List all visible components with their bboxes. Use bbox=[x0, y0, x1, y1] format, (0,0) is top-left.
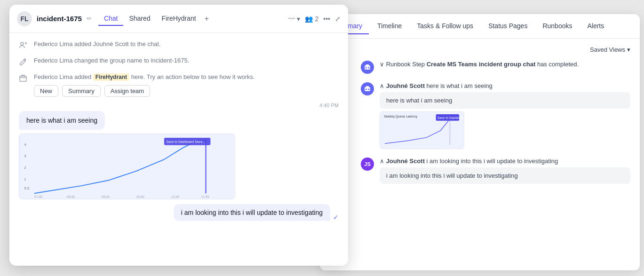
timeline-header-2: ∧ Jouhné Scott here is what i am seeing bbox=[380, 82, 630, 89]
timeline-body-1: ∨ Runbook Step Create MS Teams incident … bbox=[380, 61, 630, 74]
action-buttons: New Summary Assign team bbox=[34, 85, 255, 97]
timeline-bubble-2: here is what i am seeing bbox=[380, 92, 630, 109]
svg-text:5.5: 5.5 bbox=[24, 186, 30, 190]
svg-text:08:00: 08:00 bbox=[67, 195, 75, 198]
chevron-down-icon: ▾ bbox=[627, 46, 630, 53]
avatar: FL bbox=[17, 11, 32, 26]
header-actions: 〰 ▾ 👥 2 ••• ⤢ bbox=[288, 15, 341, 23]
firehydrant-badge: FireHydrant bbox=[93, 73, 129, 81]
svg-rect-16 bbox=[20, 76, 26, 81]
chevron-icon-2: ∧ bbox=[380, 82, 386, 89]
waveform-icon: 〰 bbox=[288, 15, 295, 23]
summary-button[interactable]: Summary bbox=[62, 85, 101, 97]
svg-point-2 bbox=[366, 67, 367, 69]
svg-rect-1 bbox=[366, 64, 369, 66]
sent-message-container: i am looking into this i will update to … bbox=[19, 204, 339, 221]
received-message-container: here is what i am seeing Sidekiq Queue L… bbox=[19, 111, 339, 199]
svg-point-6 bbox=[366, 89, 367, 90]
svg-text:2: 2 bbox=[24, 166, 26, 170]
timeline-avatar-bot-2 bbox=[361, 82, 374, 95]
waveform-chevron-icon: ▾ bbox=[297, 15, 300, 23]
more-icon: ••• bbox=[323, 15, 330, 23]
svg-text:07:00: 07:00 bbox=[34, 195, 42, 198]
pencil-icon bbox=[19, 57, 29, 68]
timeline-avatar-user-3: JS bbox=[361, 158, 374, 171]
timeline-strong-1: Create MS Teams incident group chat bbox=[427, 61, 536, 68]
header-tabs: Chat Shared FireHydrant + bbox=[98, 12, 212, 26]
svg-point-3 bbox=[368, 67, 370, 69]
received-bubble: here is what i am seeing bbox=[19, 111, 105, 130]
system-message-1: Federico Lima added Jouhné Scott to the … bbox=[19, 40, 339, 51]
right-panel-content: Saved Views ▾ GMT ∨ Runbook Step Create bbox=[320, 39, 640, 270]
svg-text:09:00: 09:00 bbox=[102, 195, 110, 198]
chart-preview: Sidekiq Queue Latency 4 3 2 1 5.5 Save t… bbox=[19, 134, 235, 199]
timeline-header-1: ∨ Runbook Step Create MS Teams incident … bbox=[380, 61, 630, 68]
svg-text:Sidekiq Queue Latency: Sidekiq Queue Latency bbox=[384, 115, 418, 118]
timeline-entry-3: 9:41 PMGMT JS ∧ Jouhné Scott i am lookin… bbox=[329, 158, 630, 184]
chat-messages: Federico Lima added Jouhné Scott to the … bbox=[9, 33, 348, 266]
assign-team-button[interactable]: Assign team bbox=[104, 85, 151, 97]
tab-timeline[interactable]: Timeline bbox=[371, 18, 408, 34]
svg-text:1: 1 bbox=[24, 177, 26, 181]
add-tab-button[interactable]: + bbox=[202, 15, 212, 23]
tab-tasks-followups[interactable]: Tasks & Follow ups bbox=[410, 18, 480, 34]
timeline-avatar-bot-1 bbox=[361, 61, 374, 74]
timeline-bubble-3: i am looking into this i will update to … bbox=[380, 167, 630, 184]
timeline-body-2: ∧ Jouhné Scott here is what i am seeing … bbox=[380, 82, 630, 149]
timeline-entry-2: GMT ∧ Jouhné Scott here is what i am see… bbox=[329, 82, 630, 149]
svg-text:Save to Dashboard  More...: Save to Dashboard More... bbox=[167, 140, 205, 143]
svg-rect-5 bbox=[366, 86, 369, 88]
timeline-chart-thumb: Sidekiq Queue Latency Save to Dashboard bbox=[380, 111, 464, 149]
users-count: 2 bbox=[315, 15, 318, 23]
box-icon bbox=[19, 74, 29, 84]
chevron-icon-1: ∨ bbox=[380, 61, 386, 68]
timeline-strong-3: Jouhné Scott bbox=[386, 158, 425, 165]
left-panel: FL incident-1675 ✏ Chat Shared FireHydra… bbox=[9, 5, 348, 266]
svg-text:11:00: 11:00 bbox=[171, 195, 179, 198]
timeline-entry-1: GMT ∨ Runbook Step Create MS Teams incid… bbox=[329, 61, 630, 74]
sent-bubble-text: i am looking into this i will update to … bbox=[181, 209, 323, 216]
svg-point-7 bbox=[368, 89, 370, 90]
received-bubble-text: here is what i am seeing bbox=[26, 117, 97, 124]
message-timestamp: 4:40 PM bbox=[19, 103, 339, 108]
svg-text:11:55: 11:55 bbox=[201, 195, 209, 198]
svg-text:3: 3 bbox=[24, 154, 26, 158]
new-button[interactable]: New bbox=[34, 85, 58, 97]
right-panel-tab-bar: Summary Timeline Tasks & Follow ups Stat… bbox=[320, 14, 640, 39]
svg-point-13 bbox=[21, 42, 24, 45]
saved-views-label: Saved Views bbox=[590, 46, 625, 53]
svg-text:10:00: 10:00 bbox=[136, 195, 144, 198]
expand-button[interactable]: ⤢ bbox=[335, 15, 341, 23]
users-button[interactable]: 👥 2 bbox=[305, 15, 318, 23]
timeline-header-3: ∧ Jouhné Scott i am looking into this i … bbox=[380, 158, 630, 165]
tab-shared[interactable]: Shared bbox=[123, 12, 156, 26]
chat-header: FL incident-1675 ✏ Chat Shared FireHydra… bbox=[9, 5, 348, 33]
tab-firehydrant[interactable]: FireHydrant bbox=[156, 12, 202, 26]
users-icon: 👥 bbox=[305, 15, 313, 23]
chevron-icon-3: ∧ bbox=[380, 158, 386, 165]
saved-views-bar: Saved Views ▾ bbox=[329, 46, 630, 53]
system-text-3: Federico Lima added FireHydrant here. Tr… bbox=[34, 73, 255, 97]
svg-text:4: 4 bbox=[24, 142, 26, 147]
right-panel: Summary Timeline Tasks & Follow ups Stat… bbox=[320, 14, 640, 270]
tab-alerts[interactable]: Alerts bbox=[580, 18, 611, 34]
incident-title: incident-1675 bbox=[37, 15, 82, 23]
system-text-1: Federico Lima added Jouhné Scott to the … bbox=[34, 40, 161, 47]
system-text-2: Federico Lima changed the group name to … bbox=[34, 57, 189, 64]
svg-text:Save to Dashboard: Save to Dashboard bbox=[437, 116, 464, 119]
saved-views-button[interactable]: Saved Views ▾ bbox=[590, 46, 630, 53]
sent-bubble: i am looking into this i will update to … bbox=[174, 204, 330, 221]
user-plus-icon bbox=[19, 41, 29, 51]
waveform-button[interactable]: 〰 ▾ bbox=[288, 15, 300, 23]
system-message-2: Federico Lima changed the group name to … bbox=[19, 57, 339, 68]
tab-status-pages[interactable]: Status Pages bbox=[482, 18, 534, 34]
tab-chat[interactable]: Chat bbox=[98, 12, 124, 26]
more-options-button[interactable]: ••• bbox=[323, 15, 330, 23]
timeline-body-3: ∧ Jouhné Scott i am looking into this i … bbox=[380, 158, 630, 184]
edit-icon[interactable]: ✏ bbox=[87, 15, 92, 22]
tab-runbooks[interactable]: Runbooks bbox=[536, 18, 579, 34]
system-message-3: Federico Lima added FireHydrant here. Tr… bbox=[19, 73, 339, 97]
expand-icon: ⤢ bbox=[335, 15, 341, 23]
check-icon: ✓ bbox=[333, 213, 339, 221]
timeline-strong-2: Jouhné Scott bbox=[386, 82, 425, 89]
